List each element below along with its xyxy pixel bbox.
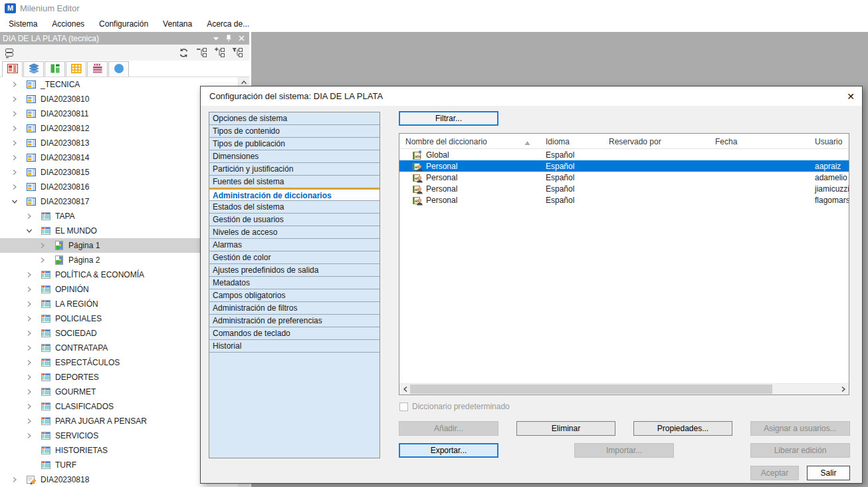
chevron-right-icon[interactable] (9, 138, 20, 148)
table-row[interactable]: abcGlobalEspañol (399, 149, 849, 160)
nav-item-tipos-de-contenido[interactable]: Tipos de contenido (209, 125, 380, 138)
nav-item-ajustes-predefinidos-de-salida[interactable]: Ajustes predefinidos de salida (209, 264, 380, 277)
chevron-right-icon[interactable] (24, 299, 35, 309)
menu-item-acciones[interactable]: Acciones (45, 17, 92, 31)
panel-tab-press[interactable] (87, 61, 108, 77)
chevron-right-icon[interactable] (24, 401, 35, 412)
import-button[interactable]: Importar... (574, 443, 674, 458)
panel-titlebar: DIA DE LA PLATA (tecnica) (0, 32, 249, 45)
exit-button[interactable]: Salir (807, 466, 850, 480)
chevron-down-icon[interactable] (24, 226, 35, 236)
menu-item-sistema[interactable]: Sistema (1, 17, 45, 31)
tree-item-label: CLASIFICADOS (55, 402, 114, 411)
table-row[interactable]: abPersonalEspañoljiamicuzzi (399, 183, 849, 194)
table-row[interactable]: abPersonalEspañolaapraiz (399, 160, 849, 172)
column-header-reservado-por[interactable]: Reservado por (603, 134, 709, 149)
properties-button[interactable]: Propiedades... (633, 421, 732, 436)
close-icon[interactable] (236, 33, 247, 43)
delete-button[interactable]: Eliminar (516, 421, 615, 436)
nav-item-niveles-de-acceso[interactable]: Niveles de acceso (209, 226, 380, 239)
chevron-right-icon[interactable] (9, 123, 20, 134)
default-dictionary-row: Diccionario predeterminado (399, 402, 510, 411)
chevron-right-icon[interactable] (24, 372, 35, 383)
chevron-right-icon[interactable] (24, 430, 35, 441)
nav-item-administraci-n-de-preferencias[interactable]: Administración de preferencias (209, 315, 380, 327)
panel-tab-grid[interactable] (66, 61, 86, 77)
nav-item-gesti-n-de-color[interactable]: Gestión de color (209, 251, 380, 264)
nav-item-comandos-de-teclado[interactable]: Comandos de teclado (209, 327, 380, 340)
chevron-right-icon[interactable] (24, 357, 35, 368)
chevron-right-icon[interactable] (37, 255, 48, 265)
chevron-right-icon[interactable] (24, 269, 35, 280)
panel-tab-columns[interactable] (45, 61, 65, 77)
table-row[interactable]: abPersonalEspañoladamelio (399, 172, 849, 183)
release-edition-button[interactable]: Liberar edición (750, 443, 850, 458)
dictionary-name-cell: abPersonal (399, 161, 540, 172)
panel-tab-circle[interactable] (108, 61, 129, 77)
nav-item-campos-obligatorios[interactable]: Campos obligatorios (209, 289, 380, 302)
default-dictionary-checkbox[interactable] (399, 403, 408, 411)
filter-tree-icon[interactable] (231, 47, 243, 59)
chevron-down-icon[interactable] (9, 196, 20, 207)
nav-item-tipos-de-publicaci-n[interactable]: Tipos de publicación (209, 138, 380, 150)
scrollbar-thumb[interactable] (410, 385, 772, 394)
chevron-right-icon[interactable] (24, 284, 35, 295)
scroll-right-icon[interactable] (837, 384, 849, 395)
nav-item-administraci-n-de-diccionarios[interactable]: Administración de diccionarios (209, 188, 380, 201)
chevron-right-icon[interactable] (24, 313, 35, 324)
column-header-fecha[interactable]: Fecha (709, 134, 809, 149)
menu-item-configuraci-n[interactable]: Configuración (92, 17, 156, 31)
menu-item-ventana[interactable]: Ventana (156, 17, 199, 31)
expand-tree-icon[interactable] (213, 47, 225, 59)
chevron-right-icon[interactable] (9, 182, 20, 192)
chevron-right-icon[interactable] (9, 474, 20, 485)
chevron-right-icon[interactable] (24, 416, 35, 426)
filter-button[interactable]: Filtrar... (399, 111, 498, 126)
chevron-right-icon[interactable] (9, 108, 20, 119)
chevron-right-icon[interactable] (24, 387, 35, 397)
refresh-icon[interactable] (177, 47, 189, 59)
menu-item-acerca-de[interactable]: Acerca de... (199, 17, 257, 31)
chevron-down-icon[interactable] (211, 33, 221, 43)
dialog-close-icon[interactable]: ✕ (839, 86, 862, 106)
column-header-nombre-del-diccionario[interactable]: Nombre del diccionario (399, 134, 540, 149)
chevron-right-icon[interactable] (9, 94, 20, 104)
nav-item-administraci-n-de-filtros[interactable]: Administración de filtros (209, 302, 380, 315)
nav-item-partici-n-y-justificaci-n[interactable]: Partición y justificación (209, 163, 380, 176)
panel-tab-newspaper[interactable] (2, 61, 23, 77)
scroll-left-icon[interactable] (399, 384, 411, 395)
chevron-right-icon[interactable] (24, 328, 35, 339)
column-header-idioma[interactable]: Idioma (540, 134, 603, 149)
chevron-right-icon[interactable] (9, 167, 20, 178)
chevron-right-icon[interactable] (37, 240, 48, 251)
column-header-usuario[interactable]: Usuario (809, 134, 849, 149)
horizontal-scrollbar[interactable] (399, 383, 849, 395)
chevron-right-icon[interactable] (9, 79, 20, 90)
nav-item-dimensiones[interactable]: Dimensiones (209, 150, 380, 163)
nav-item-historial[interactable]: Historial (209, 340, 380, 353)
chevron-right-icon[interactable] (24, 343, 35, 353)
edition-icon (26, 167, 37, 178)
nav-item-opciones-de-sistema[interactable]: Opciones de sistema (209, 112, 380, 125)
tree-item-label: LA REGIÓN (55, 299, 98, 309)
nav-item-gesti-n-de-usuarios[interactable]: Gestión de usuarios (209, 214, 380, 226)
collapse-tree-icon[interactable] (195, 47, 207, 59)
nav-item-estados-del-sistema[interactable]: Estados del sistema (209, 201, 380, 214)
chevron-right-icon[interactable] (9, 152, 20, 163)
nav-item-fuentes-del-sistema[interactable]: Fuentes del sistema (209, 176, 380, 188)
panel-tab-layers[interactable] (23, 61, 44, 77)
nav-item-metadatos[interactable]: Metadatos (209, 277, 380, 289)
nav-item-alarmas[interactable]: Alarmas (209, 239, 380, 251)
table-row[interactable]: abPersonalEspañolflagomarsino (399, 194, 849, 206)
export-button[interactable]: Exportar... (399, 443, 498, 458)
section-icon (41, 416, 51, 426)
accept-button[interactable]: Aceptar (750, 466, 799, 480)
edition-edit-icon (26, 474, 37, 485)
assign-users-button[interactable]: Asignar a usuarios... (750, 421, 850, 436)
add-button[interactable]: Añadir... (399, 421, 498, 436)
pin-icon[interactable] (223, 33, 234, 43)
idioma-cell: Español (540, 184, 603, 194)
tree-item-label: _TECNICA (41, 80, 80, 89)
database-icon[interactable] (3, 47, 15, 59)
chevron-right-icon[interactable] (24, 211, 35, 222)
